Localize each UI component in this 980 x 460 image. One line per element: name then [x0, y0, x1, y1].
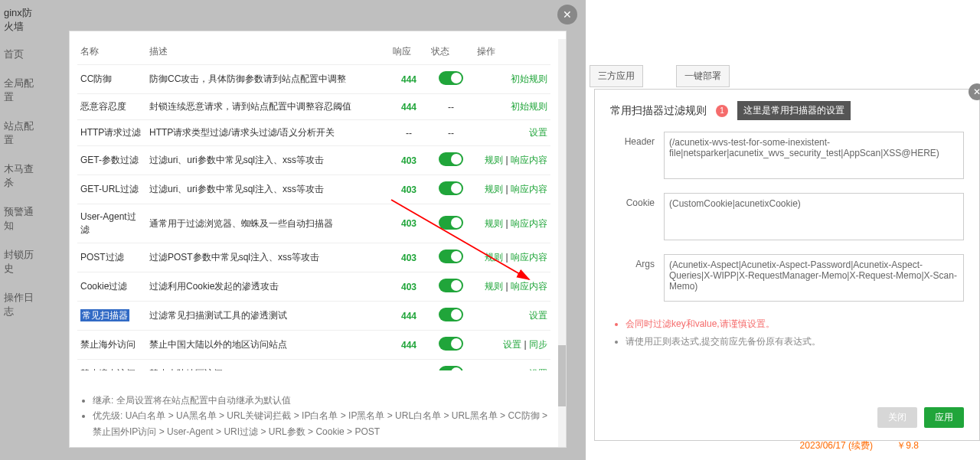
cell-desc: 过滤常见扫描测试工具的渗透测试	[146, 302, 390, 331]
cell-name: GET-参数过滤	[77, 146, 146, 175]
op-link[interactable]: 设置	[503, 339, 521, 350]
sidebar-item-site[interactable]: 站点配置	[0, 112, 41, 155]
toggle-switch[interactable]	[439, 152, 463, 166]
toggle-switch[interactable]	[439, 250, 463, 263]
apply-button[interactable]: 应用	[924, 407, 964, 428]
cell-desc: 过滤uri、uri参数中常见sql注入、xss等攻击	[146, 175, 390, 204]
table-row: HTTP请求过滤HTTP请求类型过滤/请求头过滤/语义分析开关----设置	[77, 120, 550, 146]
cell-desc: 过滤利用Cookie发起的渗透攻击	[146, 272, 390, 302]
third-party-app-button[interactable]: 三方应用	[590, 65, 643, 87]
cell-resp: 403	[390, 175, 428, 204]
rules-table: 名称 描述 响应 状态 操作 CC防御防御CC攻击，具体防御参数请到站点配置中调…	[77, 39, 550, 370]
sidebar-item-global[interactable]: 全局配置	[0, 69, 41, 112]
sidebar-item-home[interactable]: 首页	[0, 40, 41, 69]
op-link[interactable]: 响应内容	[511, 218, 547, 229]
panel-note-warning: 会同时过滤key和value,请谨慎设置。	[626, 315, 964, 333]
panel-note-regex: 请使用正则表达式,提交前应先备份原有表达式。	[626, 333, 964, 351]
cell-ops: 规则 | 响应内容	[474, 204, 550, 243]
cell-resp: 403	[390, 204, 428, 243]
cell-status	[428, 272, 474, 302]
table-row: 恶意容忍度封锁连续恶意请求，请到站点配置中调整容忍阈值444--初始规则	[77, 94, 550, 120]
sidebar-item-log[interactable]: 操作日志	[0, 283, 41, 326]
cell-name: User-Agent过滤	[77, 204, 146, 243]
cell-status	[428, 302, 474, 331]
op-link[interactable]: 设置	[529, 310, 547, 321]
toggle-switch[interactable]	[439, 279, 463, 292]
th-desc: 描述	[146, 39, 390, 65]
toggle-switch[interactable]	[439, 337, 463, 351]
cell-resp: 444	[390, 331, 428, 360]
cell-status	[428, 243, 474, 272]
toggle-switch[interactable]	[439, 366, 463, 370]
cell-ops: 设置	[474, 302, 550, 331]
cell-status	[428, 204, 474, 243]
scrollbar-thumb[interactable]	[558, 345, 566, 406]
th-name: 名称	[77, 39, 146, 65]
table-row: POST过滤过滤POST参数中常见sql注入、xss等攻击403规则 | 响应内…	[77, 243, 550, 272]
th-resp: 响应	[390, 39, 428, 65]
toggle-switch[interactable]	[439, 216, 463, 230]
sidebar-item-trojan[interactable]: 木马查杀	[0, 155, 41, 197]
cell-name: GET-URL过滤	[77, 175, 146, 204]
table-row: GET-参数过滤过滤uri、uri参数中常见sql注入、xss等攻击403规则 …	[77, 146, 550, 175]
cell-resp: 403	[390, 272, 428, 302]
toggle-switch[interactable]	[439, 71, 463, 85]
annotation-desc: 这里是常用扫描器的设置	[737, 101, 851, 120]
op-link[interactable]: 响应内容	[511, 155, 547, 165]
header-input[interactable]	[664, 132, 964, 179]
toggle-switch[interactable]	[439, 181, 463, 195]
op-link[interactable]: 响应内容	[511, 252, 547, 263]
note-inherit: 继承: 全局设置将在站点配置中自动继承为默认值	[93, 393, 558, 408]
rules-dialog: ✕ 名称 描述 响应 状态 操作 CC防御防御CC攻击，具体防御参数请到站点配置…	[69, 31, 567, 448]
cell-ops: 规则 | 响应内容	[474, 175, 550, 204]
cell-desc: 过滤POST参数中常见sql注入、xss等攻击	[146, 243, 390, 272]
sidebar-item-block[interactable]: 封锁历史	[0, 240, 41, 283]
cell-ops: 设置	[474, 360, 550, 371]
cell-ops: 规则 | 响应内容	[474, 243, 550, 272]
cell-ops: 规则 | 响应内容	[474, 146, 550, 175]
table-row: 禁止境内访问禁止大陆地区访问500设置	[77, 360, 550, 371]
header-label: Header	[610, 132, 664, 179]
cell-ops: 初始规则	[474, 94, 550, 120]
price-text: ￥9.8	[897, 439, 919, 452]
op-link[interactable]: 响应内容	[511, 281, 547, 292]
note-priority: 优先级: UA白名单 > UA黑名单 > URL关键词拦截 > IP白名单 > …	[93, 408, 558, 439]
cell-ops: 规则 | 响应内容	[474, 272, 550, 302]
scrollbar[interactable]	[558, 39, 566, 447]
panel-notes: 会同时过滤key和value,请谨慎设置。 请使用正则表达式,提交前应先备份原有…	[626, 315, 964, 351]
cookie-input[interactable]	[664, 193, 964, 240]
one-click-deploy-button[interactable]: 一键部署	[676, 65, 730, 87]
cell-ops: 设置 | 同步	[474, 331, 550, 360]
op-link[interactable]: 规则	[485, 252, 503, 263]
op-link[interactable]: 响应内容	[511, 184, 547, 194]
op-link[interactable]: 规则	[485, 155, 503, 165]
cell-desc: HTTP请求类型过滤/请求头过滤/语义分析开关	[146, 120, 390, 146]
cell-name: HTTP请求过滤	[77, 120, 146, 146]
cell-status	[428, 146, 474, 175]
cell-desc: 通常用于过滤浏览器、蜘蛛及一些自动扫描器	[146, 204, 390, 243]
cell-status	[428, 360, 474, 371]
op-link[interactable]: 规则	[485, 218, 503, 229]
toggle-switch[interactable]	[439, 308, 463, 321]
op-link[interactable]: 同步	[529, 339, 547, 350]
close-icon[interactable]: ✕	[969, 83, 980, 100]
close-button[interactable]: 关闭	[877, 407, 917, 428]
rules-table-scroll[interactable]: 名称 描述 响应 状态 操作 CC防御防御CC攻击，具体防御参数请到站点配置中调…	[70, 31, 558, 370]
cell-desc: 禁止大陆地区访问	[146, 360, 390, 371]
op-link[interactable]: 规则	[485, 184, 503, 194]
dialog-notes: 继承: 全局设置将在站点配置中自动继承为默认值 优先级: UA白名单 > UA黑…	[77, 393, 558, 439]
cell-name: Cookie过滤	[77, 272, 146, 302]
cell-resp: 500	[390, 360, 428, 371]
op-link[interactable]: 初始规则	[511, 101, 547, 112]
th-status: 状态	[428, 39, 474, 65]
cell-resp: 444	[390, 65, 428, 94]
op-link[interactable]: 初始规则	[511, 73, 547, 84]
cookie-label: Cookie	[610, 193, 664, 240]
op-link[interactable]: 设置	[529, 368, 547, 370]
op-link[interactable]: 设置	[529, 127, 547, 138]
cell-status: --	[428, 94, 474, 120]
args-input[interactable]	[664, 254, 964, 302]
op-link[interactable]: 规则	[485, 281, 503, 292]
close-icon[interactable]: ✕	[557, 5, 577, 24]
sidebar-item-alert[interactable]: 预警通知	[0, 197, 41, 240]
